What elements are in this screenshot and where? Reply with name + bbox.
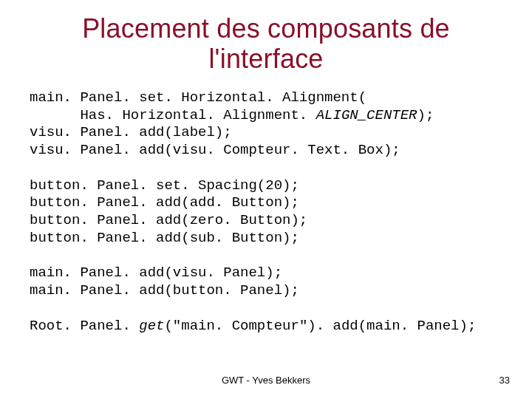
code-line: main. Panel. set. Horizontal. Alignment( xyxy=(30,89,366,106)
code-token-italic: ALIGN_CENTER xyxy=(316,107,417,123)
code-line: button. Panel. add(zero. Button); xyxy=(30,212,307,228)
code-line: visu. Panel. add(visu. Compteur. Text. B… xyxy=(30,142,400,158)
code-line: button. Panel. set. Spacing(20); xyxy=(30,177,299,194)
code-line: visu. Panel. add(label); xyxy=(30,124,232,140)
code-line: Has. Horizontal. Alignment. xyxy=(30,107,316,123)
footer: GWT - Yves Bekkers 33 xyxy=(0,375,532,386)
code-line: button. Panel. add(sub. Button); xyxy=(30,230,299,246)
code-line: button. Panel. add(add. Button); xyxy=(30,194,299,211)
slide: Placement des composants de l'interface … xyxy=(0,0,532,399)
code-line: main. Panel. add(button. Panel); xyxy=(30,282,299,299)
page-number: 33 xyxy=(499,375,510,386)
code-token: Root. Panel. xyxy=(30,318,139,334)
code-token: ); xyxy=(417,107,434,123)
code-token: ("main. Compteur"). add(main. Panel); xyxy=(164,318,476,334)
code-line: main. Panel. add(visu. Panel); xyxy=(30,265,282,281)
code-block: main. Panel. set. Horizontal. Alignment(… xyxy=(30,89,502,335)
footer-center: GWT - Yves Bekkers xyxy=(0,375,532,386)
code-token-italic: get xyxy=(139,318,164,334)
slide-title: Placement des composants de l'interface xyxy=(30,13,502,75)
